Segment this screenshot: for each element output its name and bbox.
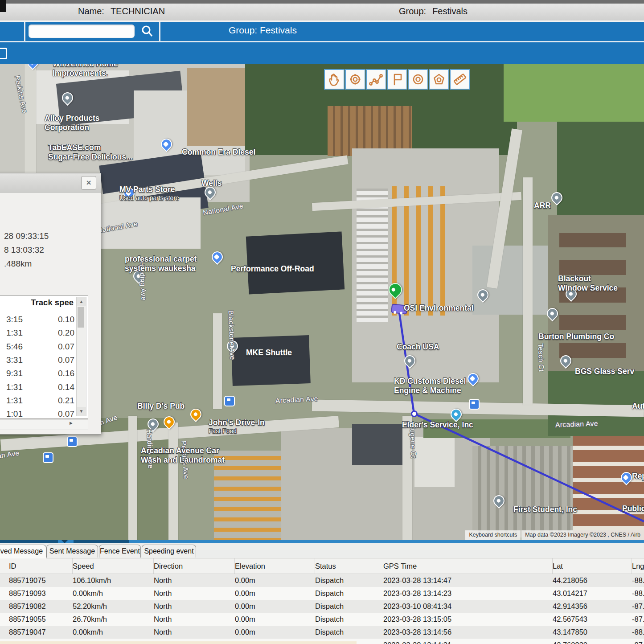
column-header-lat[interactable]: Lat (553, 558, 632, 574)
device-name-value: TECHNICIAN (111, 6, 165, 16)
search-button[interactable] (139, 24, 155, 38)
street-label: Arcadian Ave (555, 419, 598, 429)
street-label: Tesch Ct (537, 343, 546, 372)
table-cell: 885719082 (9, 602, 73, 611)
map-label: Public (622, 504, 644, 513)
poi-tool-button[interactable] (345, 69, 365, 90)
pan-tool-button[interactable] (324, 69, 345, 90)
measure-tool-button[interactable] (450, 69, 470, 90)
table-header-row: IDSpeedDirectionElevationStatusGPS TimeL… (0, 558, 644, 574)
map-scrollbar-thumb[interactable] (74, 540, 129, 543)
map-label: Coach USA (397, 342, 439, 352)
track-speed-row[interactable]: 5:460.07 (0, 342, 75, 355)
table-row[interactable]: 8857190930.00km/hNorth0.00mDispatch2023-… (0, 587, 644, 600)
table-cell: 52.20km/h (73, 602, 154, 611)
track-summary: 28 09:33:158 13:03:32.488km (4, 229, 49, 271)
column-header-speed[interactable]: Speed (73, 558, 154, 574)
track-time: 5:46 (6, 342, 23, 352)
table-cell: Dispatch (315, 576, 383, 585)
column-header-direction[interactable]: Direction (154, 558, 235, 574)
blue-band (0, 41, 644, 65)
track-speed: 0.20 (58, 328, 74, 338)
circle-fence-tool-button[interactable] (408, 69, 428, 90)
tab-received-message[interactable]: Received Message (0, 545, 46, 558)
table-cell: 2023-03-28 13:14:47 (383, 576, 553, 585)
scroll-right-icon[interactable]: ► (69, 420, 74, 426)
table-row[interactable]: 88571905526.70km/hNorth0.00mDispatch2023… (0, 613, 644, 626)
table-cell: 0.00m (235, 628, 315, 636)
column-header-lng[interactable]: Lng (632, 558, 644, 574)
map-label: Elder's Service, Inc (402, 420, 473, 430)
track-panel-header[interactable]: × (0, 173, 101, 193)
orbit-icon (347, 71, 363, 87)
clipped-toolbar-icon (0, 48, 7, 59)
map-scrollbar-thumb[interactable] (0, 540, 58, 543)
flag-tool-button[interactable] (387, 69, 407, 90)
map-label: Burton Plumbing Co (538, 332, 614, 341)
vscroll-thumb[interactable] (78, 307, 84, 328)
map-scrollbar[interactable] (0, 540, 644, 543)
bus-stop-icon[interactable] (67, 436, 78, 447)
track-speed-row[interactable]: 3:150.10 (0, 315, 75, 328)
track-speed: 0.14 (58, 382, 74, 392)
polygon-fence-tool-button[interactable] (429, 69, 449, 90)
bus-stop-icon[interactable] (224, 396, 235, 406)
map-scrollbar-arrow[interactable] (62, 540, 68, 543)
table-cell: 44.218056 (553, 576, 632, 585)
table-cell: 0.00km/h (73, 628, 154, 636)
bus-stop-icon[interactable] (469, 399, 480, 410)
search-icon (139, 24, 155, 38)
message-table: IDSpeedDirectionElevationStatusGPS TimeL… (0, 558, 644, 644)
table-row[interactable]: 88571908252.20km/hNorth0.00mDispatch2023… (0, 600, 644, 613)
table-row[interactable]: 8857190470.00km/hNorth0.00mDispatch2023-… (0, 626, 644, 639)
track-speed: 0.16 (58, 369, 74, 378)
map-attribution: Keyboard shortcuts Map data ©2023 Imager… (464, 530, 644, 540)
map-label: ARR (534, 201, 551, 210)
track-speed-row[interactable]: 1:310.21 (0, 396, 75, 409)
scroll-down-icon[interactable]: ▼ (77, 407, 86, 416)
device-group-value: Festivals (432, 6, 468, 16)
tab-sent-message[interactable]: Sent Message (46, 545, 98, 558)
map-label: First Student, Inc (513, 505, 577, 514)
track-speed-row[interactable]: 3:310.07 (0, 355, 75, 369)
track-time: 1:31 (6, 328, 23, 338)
column-header-status[interactable]: Status (315, 558, 383, 574)
circle-icon (410, 71, 426, 87)
table-cell: North (154, 628, 235, 636)
table-cell: 0.00m (235, 576, 315, 585)
window-top-strip (0, 0, 644, 4)
map-label: Common Era Diesel (182, 148, 255, 157)
search-input[interactable] (29, 25, 135, 38)
tab-fence-event[interactable]: Fence Event (99, 545, 141, 558)
column-header-id[interactable]: ID (9, 558, 73, 574)
bottom-strip (0, 641, 357, 644)
close-icon[interactable]: × (81, 176, 96, 190)
track-speed-row[interactable]: 9:310.16 (0, 369, 75, 382)
table-cell: 26.70km/h (73, 615, 154, 623)
map-label: TabEASE.comSugar-Free Delicious... (48, 143, 133, 162)
tab-speeding-event[interactable]: Speeding event (142, 545, 196, 558)
table-cell: 2023-03-28 13:14:56 (383, 628, 553, 636)
map-toolbar (324, 69, 471, 90)
track-table-hscrollbar[interactable]: ► (0, 419, 88, 430)
table-row[interactable]: 885719075106.10km/hNorth0.00mDispatch202… (0, 574, 644, 587)
device-info-bar: Name:TECHNICIAN Group:Festivals (0, 4, 644, 22)
keyboard-shortcuts-link[interactable]: Keyboard shortcuts (465, 530, 521, 540)
track-speed-row[interactable]: 1:310.14 (0, 382, 75, 396)
track-time: 3:31 (6, 355, 23, 365)
map-label: professional carpetsystems waukesha (125, 254, 197, 273)
track-speed: 0.07 (58, 409, 74, 419)
column-header-gps-time[interactable]: GPS Time (383, 558, 553, 574)
scroll-up-icon[interactable]: ▲ (77, 297, 86, 306)
street-label: Blackstone Ave (227, 310, 237, 360)
column-header-elevation[interactable]: Elevation (235, 558, 315, 574)
track-tool-button[interactable] (366, 69, 386, 90)
track-speed-table: Track spee 3:150.101:310.205:460.073:310… (0, 295, 88, 418)
track-speed: 0.07 (58, 342, 74, 352)
track-waypoint-dot[interactable] (411, 410, 418, 417)
table-cell: Dispatch (315, 602, 383, 611)
track-table-vscrollbar[interactable]: ▲ ▼ (76, 297, 86, 416)
bus-stop-icon[interactable] (43, 452, 53, 463)
track-speed-column-header: Track spee (0, 298, 74, 308)
track-speed-row[interactable]: 1:310.20 (0, 328, 75, 341)
